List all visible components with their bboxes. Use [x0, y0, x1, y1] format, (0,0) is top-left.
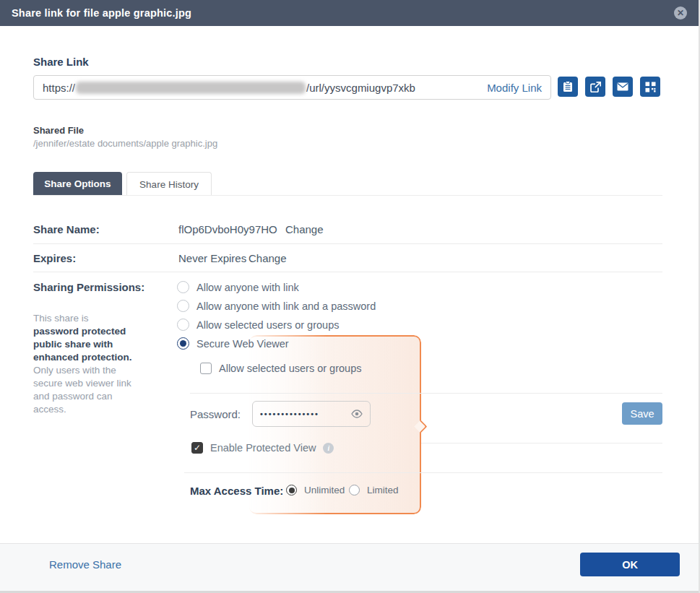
radio-unselected-icon[interactable]: [177, 300, 189, 312]
share-link-heading: Share Link: [33, 56, 89, 68]
expires-label: Expires:: [33, 252, 76, 264]
email-share-button[interactable]: [613, 77, 633, 97]
share-name-change-link[interactable]: Change: [285, 223, 324, 235]
permission-option-secure-web-viewer[interactable]: Secure Web Viewer: [177, 337, 289, 350]
max-access-limited-option[interactable]: Limited: [349, 485, 399, 495]
show-password-eye-icon[interactable]: [351, 410, 363, 418]
expires-value: Never Expires: [178, 252, 246, 264]
note-line2: Only users with the secure web viewer li…: [33, 365, 131, 415]
tab-share-history[interactable]: Share History: [126, 172, 212, 196]
dialog-title: Share link for file apple graphic.jpg: [12, 7, 191, 19]
note-line1: This share is: [33, 313, 89, 324]
redacted-url-segment: [76, 82, 306, 94]
enable-protected-view-checkbox-row[interactable]: ✓ Enable Protected View i: [191, 442, 334, 454]
share-link-dialog: Share link for file apple graphic.jpg ✕ …: [0, 0, 700, 593]
note-bold: password protected public share with enh…: [33, 326, 132, 363]
row-divider: [33, 243, 662, 244]
allow-selected-users-checkbox-row[interactable]: Allow selected users or groups: [200, 363, 361, 374]
shared-file-heading: Shared File: [33, 125, 84, 136]
open-external-button[interactable]: [585, 77, 605, 97]
row-divider: [184, 472, 662, 473]
share-link-input[interactable]: https:///url/yysvcgmiugvp7xkb Modify Lin…: [33, 75, 551, 100]
expires-change-link[interactable]: Change: [249, 252, 287, 264]
url-prefix: https://: [43, 82, 75, 94]
password-label: Password:: [190, 408, 241, 420]
row-divider: [421, 443, 662, 443]
password-input[interactable]: ••••••••••••••: [252, 401, 371, 427]
qr-code-icon: [645, 82, 656, 92]
shared-file-path: /jennifer/estate documents/apple graphic…: [33, 138, 217, 149]
radio-unselected-icon[interactable]: [349, 485, 360, 495]
share-name-label: Share Name:: [33, 223, 100, 235]
radio-unselected-icon[interactable]: [177, 319, 189, 331]
tabs-divider: [33, 195, 662, 196]
tab-share-options[interactable]: Share Options: [33, 172, 122, 196]
dialog-titlebar: Share link for file apple graphic.jpg ✕: [0, 0, 699, 26]
email-icon: [617, 82, 628, 91]
remove-share-link[interactable]: Remove Share: [49, 558, 121, 571]
max-access-time-label: Max Access Time:: [190, 485, 283, 497]
max-access-unlimited-option[interactable]: Unlimited: [286, 485, 345, 495]
permission-option-selected-users[interactable]: Allow selected users or groups: [177, 319, 339, 331]
password-masked-value: ••••••••••••••: [260, 410, 348, 418]
sharing-permissions-label: Sharing Permissions:: [33, 281, 144, 293]
open-external-icon: [590, 82, 601, 92]
row-divider: [33, 272, 662, 272]
radio-unselected-icon[interactable]: [177, 281, 189, 293]
checkbox-unchecked-icon[interactable]: [200, 363, 212, 374]
permission-option-anyone-link[interactable]: Allow anyone with link: [177, 281, 299, 293]
radio-selected-icon[interactable]: [177, 337, 189, 350]
save-button[interactable]: Save: [622, 402, 662, 425]
info-icon[interactable]: i: [323, 443, 334, 454]
url-suffix: /url/yysvcgmiugvp7xkb: [306, 82, 415, 94]
permission-option-anyone-password[interactable]: Allow anyone with link and a password: [177, 300, 376, 312]
permissions-note: This share is password protected public …: [33, 312, 143, 416]
qr-code-button[interactable]: [640, 77, 660, 97]
row-divider: [190, 393, 662, 394]
share-name-value: flOp6DvboH0y97HO: [178, 223, 277, 235]
copy-clipboard-button[interactable]: [558, 77, 578, 97]
ok-button[interactable]: OK: [580, 553, 680, 576]
close-icon[interactable]: ✕: [674, 7, 687, 20]
radio-selected-icon[interactable]: [286, 485, 297, 495]
copy-clipboard-icon: [563, 81, 573, 92]
modify-link-button[interactable]: Modify Link: [487, 82, 542, 94]
checkbox-checked-icon[interactable]: ✓: [191, 442, 203, 454]
